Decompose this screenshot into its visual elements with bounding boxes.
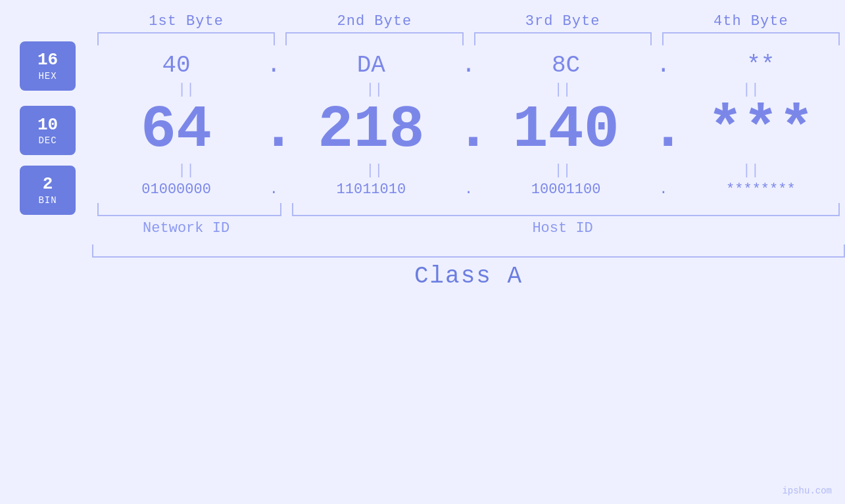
bin-dot2: . xyxy=(456,181,482,198)
bin-byte4: ******** xyxy=(677,181,845,198)
eq1-b4: || xyxy=(657,81,845,98)
bin-values-row: 01000000 . 11011010 . 10001100 . *******… xyxy=(0,181,845,198)
dec-section: 64 . 218 . 140 . *** xyxy=(0,101,845,160)
network-bracket xyxy=(97,203,281,216)
watermark: ipshu.com xyxy=(782,486,832,496)
eq1-b3: || xyxy=(469,81,657,98)
hex-byte3: 8C xyxy=(482,52,650,79)
hex-byte4: ** xyxy=(677,52,845,79)
bin-dot1: . xyxy=(260,181,287,198)
dec-byte1: 64 xyxy=(92,101,260,160)
hex-dot3: . xyxy=(650,52,677,79)
host-bracket xyxy=(292,203,840,216)
dec-values-row: 64 . 218 . 140 . *** xyxy=(0,101,845,160)
dec-dot2: . xyxy=(456,101,482,160)
main-container: 1st Byte 2nd Byte 3rd Byte 4th Byte 40 .… xyxy=(0,0,845,504)
byte2-header: 2nd Byte xyxy=(280,13,468,30)
host-id-label: Host ID xyxy=(280,220,845,237)
equals-row-2: || || || || xyxy=(0,162,845,179)
byte4-header: 4th Byte xyxy=(657,13,845,30)
network-host-brackets xyxy=(0,203,845,216)
dec-byte2: 218 xyxy=(287,101,455,160)
dec-dot1: . xyxy=(260,101,287,160)
bracket-top-4 xyxy=(662,32,840,45)
bin-section: 01000000 . 11011010 . 10001100 . *******… xyxy=(0,181,845,198)
class-label: Class A xyxy=(92,263,845,290)
byte1-header: 1st Byte xyxy=(92,13,280,30)
eq2-b2: || xyxy=(280,162,468,179)
bin-badge: 2 BIN xyxy=(20,166,76,215)
top-brackets xyxy=(0,32,845,45)
class-label-row: Class A xyxy=(0,263,845,290)
dec-byte4: *** xyxy=(677,101,845,160)
byte-headers-row: 1st Byte 2nd Byte 3rd Byte 4th Byte xyxy=(0,13,845,30)
hex-byte2: DA xyxy=(287,52,455,79)
hex-byte1: 40 xyxy=(92,52,260,79)
hex-dot2: . xyxy=(456,52,482,79)
bracket-top-2 xyxy=(285,32,463,45)
hex-values-row: 40 . DA . 8C . ** xyxy=(0,52,845,79)
eq1-b2: || xyxy=(280,81,468,98)
class-bracket xyxy=(92,244,845,258)
byte3-header: 3rd Byte xyxy=(469,13,657,30)
bin-byte3: 10001100 xyxy=(482,181,650,198)
eq2-b4: || xyxy=(657,162,845,179)
hex-dot1: . xyxy=(260,52,287,79)
dec-byte3: 140 xyxy=(482,101,650,160)
network-id-label: Network ID xyxy=(92,220,280,237)
equals-row-1: || || || || xyxy=(0,81,845,98)
eq1-b1: || xyxy=(92,81,280,98)
bin-byte2: 11011010 xyxy=(287,181,455,198)
bracket-top-1 xyxy=(97,32,275,45)
dec-badge: 10 DEC xyxy=(20,106,76,155)
hex-section: 40 . DA . 8C . ** xyxy=(0,52,845,79)
eq2-b3: || xyxy=(469,162,657,179)
class-bracket-row xyxy=(0,244,845,258)
hex-badge: 16 HEX xyxy=(20,41,76,91)
bracket-top-3 xyxy=(474,32,652,45)
id-labels-row: Network ID Host ID xyxy=(0,220,845,237)
bin-dot3: . xyxy=(650,181,677,198)
dec-dot3: . xyxy=(650,101,677,160)
eq2-b1: || xyxy=(92,162,280,179)
bin-byte1: 01000000 xyxy=(92,181,260,198)
